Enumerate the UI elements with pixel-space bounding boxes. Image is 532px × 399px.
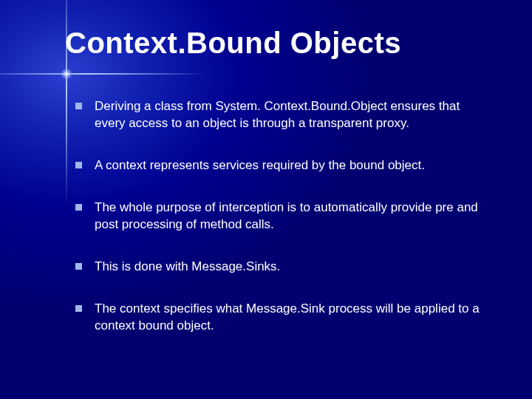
bullet-item: Deriving a class from System. Context.Bo…	[75, 98, 488, 132]
slide: Context.Bound Objects Deriving a class f…	[0, 0, 532, 399]
bullet-item: The whole purpose of interception is to …	[75, 200, 488, 233]
bullet-item: This is done with Message.Sinks.	[75, 259, 488, 276]
bullet-list: Deriving a class from System. Context.Bo…	[65, 98, 488, 335]
bullet-item: The context specifies what Message.Sink …	[75, 301, 488, 335]
slide-title: Context.Bound Objects	[65, 27, 488, 60]
bullet-item: A context represents services required b…	[75, 157, 488, 174]
